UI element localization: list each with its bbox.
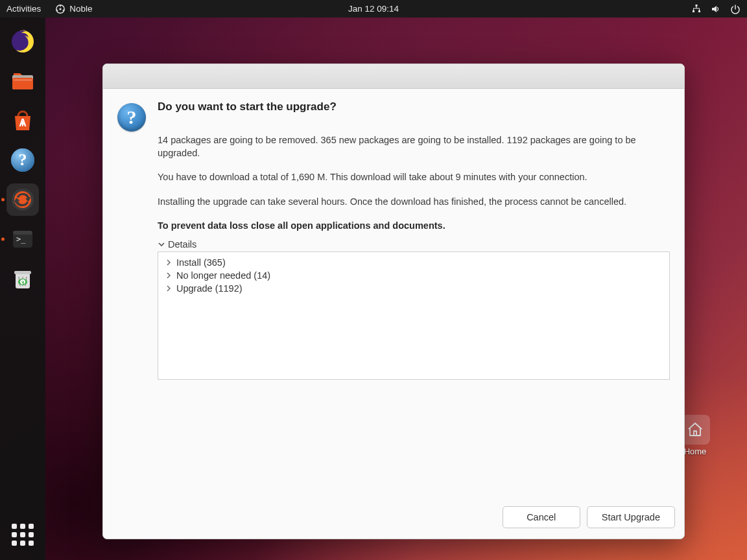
dialog-title: Do you want to start the upgrade? — [158, 100, 670, 113]
details-row-label: Install (365) — [176, 257, 226, 268]
details-tree[interactable]: Install (365) No longer needed (14) Upgr… — [158, 251, 670, 380]
svg-rect-7 — [698, 10, 700, 12]
chevron-right-icon — [165, 272, 172, 279]
help-icon[interactable]: ? — [6, 144, 39, 176]
question-icon: ? — [117, 103, 146, 132]
power-icon[interactable] — [730, 4, 741, 14]
dock: A ? >_ — [0, 18, 45, 560]
network-icon[interactable] — [691, 4, 702, 14]
details-expander[interactable]: Details — [158, 239, 670, 250]
dialog-titlebar[interactable] — [103, 64, 684, 89]
svg-rect-22 — [14, 271, 31, 274]
upgrade-dialog: ? Do you want to start the upgrade? 14 p… — [102, 64, 685, 539]
software-updater-icon[interactable] — [6, 183, 39, 216]
svg-text:?: ? — [19, 150, 27, 169]
svg-rect-6 — [693, 10, 694, 12]
running-indicator — [1, 198, 5, 202]
clock[interactable]: Jan 12 09:14 — [348, 4, 399, 14]
details-row-remove[interactable]: No longer needed (14) — [163, 269, 664, 282]
svg-rect-5 — [696, 5, 698, 6]
details-row-upgrade[interactable]: Upgrade (1192) — [163, 282, 664, 295]
desktop-home-label: Home — [684, 447, 707, 456]
svg-rect-2 — [60, 5, 61, 6]
start-upgrade-button[interactable]: Start Upgrade — [587, 506, 675, 528]
svg-point-1 — [60, 8, 62, 10]
duration-text: Installing the upgrade can take several … — [158, 196, 670, 209]
details-row-install[interactable]: Install (365) — [163, 256, 664, 269]
activities-button[interactable]: Activities — [6, 4, 41, 14]
cancel-button[interactable]: Cancel — [503, 506, 580, 528]
svg-rect-12 — [14, 79, 32, 81]
details-label: Details — [168, 239, 196, 250]
trash-icon[interactable] — [6, 262, 39, 295]
files-icon[interactable] — [6, 65, 39, 97]
chevron-right-icon — [165, 259, 172, 266]
chevron-right-icon — [165, 285, 172, 292]
running-indicator — [1, 238, 5, 241]
warning-text: To prevent data loss close all open appl… — [158, 220, 670, 233]
summary-text: 14 packages are going to be removed. 365… — [158, 134, 670, 159]
app-menu-label: Noble — [69, 4, 92, 14]
svg-text:>_: >_ — [16, 235, 26, 244]
firefox-icon[interactable] — [6, 25, 39, 58]
chevron-down-icon — [158, 240, 165, 248]
svg-text:A: A — [19, 117, 27, 128]
app-menu[interactable]: Noble — [55, 4, 92, 14]
ubuntu-software-icon[interactable]: A — [6, 104, 39, 137]
volume-icon[interactable] — [711, 4, 721, 14]
download-text: You have to download a total of 1,690 M.… — [158, 171, 670, 184]
details-row-label: Upgrade (1192) — [176, 283, 243, 294]
details-row-label: No longer needed (14) — [176, 270, 270, 281]
terminal-icon[interactable]: >_ — [6, 223, 39, 255]
app-menu-icon — [55, 4, 65, 14]
show-applications-button[interactable] — [6, 519, 39, 551]
top-bar: Activities Noble Jan 12 09:14 — [0, 0, 747, 18]
